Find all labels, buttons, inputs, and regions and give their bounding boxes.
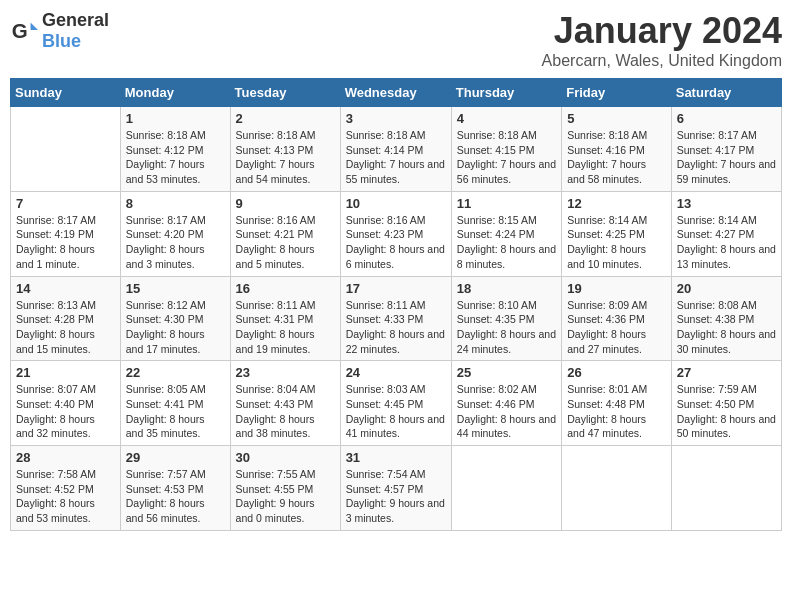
day-info: Sunrise: 7:54 AMSunset: 4:57 PMDaylight:… [346,468,445,524]
weekday-header-monday: Monday [120,79,230,107]
calendar-cell: 6 Sunrise: 8:17 AMSunset: 4:17 PMDayligh… [671,107,781,192]
day-number: 8 [126,196,225,211]
calendar-body: 1 Sunrise: 8:18 AMSunset: 4:12 PMDayligh… [11,107,782,531]
day-info: Sunrise: 8:01 AMSunset: 4:48 PMDaylight:… [567,383,647,439]
day-number: 6 [677,111,776,126]
day-number: 29 [126,450,225,465]
day-info: Sunrise: 8:18 AMSunset: 4:14 PMDaylight:… [346,129,445,185]
calendar-cell: 10 Sunrise: 8:16 AMSunset: 4:23 PMDaylig… [340,191,451,276]
day-info: Sunrise: 8:04 AMSunset: 4:43 PMDaylight:… [236,383,316,439]
calendar-week-row: 7 Sunrise: 8:17 AMSunset: 4:19 PMDayligh… [11,191,782,276]
calendar-week-row: 1 Sunrise: 8:18 AMSunset: 4:12 PMDayligh… [11,107,782,192]
day-info: Sunrise: 8:12 AMSunset: 4:30 PMDaylight:… [126,299,206,355]
day-number: 19 [567,281,666,296]
logo-icon: G [10,17,38,45]
day-number: 27 [677,365,776,380]
calendar-cell: 11 Sunrise: 8:15 AMSunset: 4:24 PMDaylig… [451,191,561,276]
day-number: 11 [457,196,556,211]
calendar-cell: 21 Sunrise: 8:07 AMSunset: 4:40 PMDaylig… [11,361,121,446]
calendar-cell: 17 Sunrise: 8:11 AMSunset: 4:33 PMDaylig… [340,276,451,361]
calendar-cell: 30 Sunrise: 7:55 AMSunset: 4:55 PMDaylig… [230,446,340,531]
day-number: 1 [126,111,225,126]
day-info: Sunrise: 8:11 AMSunset: 4:31 PMDaylight:… [236,299,316,355]
calendar-cell: 20 Sunrise: 8:08 AMSunset: 4:38 PMDaylig… [671,276,781,361]
calendar-cell: 28 Sunrise: 7:58 AMSunset: 4:52 PMDaylig… [11,446,121,531]
calendar-cell: 15 Sunrise: 8:12 AMSunset: 4:30 PMDaylig… [120,276,230,361]
weekday-header-wednesday: Wednesday [340,79,451,107]
day-number: 15 [126,281,225,296]
day-info: Sunrise: 8:18 AMSunset: 4:12 PMDaylight:… [126,129,206,185]
calendar-week-row: 21 Sunrise: 8:07 AMSunset: 4:40 PMDaylig… [11,361,782,446]
calendar-week-row: 14 Sunrise: 8:13 AMSunset: 4:28 PMDaylig… [11,276,782,361]
calendar-cell: 27 Sunrise: 7:59 AMSunset: 4:50 PMDaylig… [671,361,781,446]
calendar-week-row: 28 Sunrise: 7:58 AMSunset: 4:52 PMDaylig… [11,446,782,531]
calendar-cell: 26 Sunrise: 8:01 AMSunset: 4:48 PMDaylig… [562,361,672,446]
day-info: Sunrise: 8:08 AMSunset: 4:38 PMDaylight:… [677,299,776,355]
day-info: Sunrise: 8:18 AMSunset: 4:15 PMDaylight:… [457,129,556,185]
calendar-cell: 7 Sunrise: 8:17 AMSunset: 4:19 PMDayligh… [11,191,121,276]
weekday-header-thursday: Thursday [451,79,561,107]
weekday-header-sunday: Sunday [11,79,121,107]
day-number: 14 [16,281,115,296]
day-info: Sunrise: 7:59 AMSunset: 4:50 PMDaylight:… [677,383,776,439]
day-info: Sunrise: 8:10 AMSunset: 4:35 PMDaylight:… [457,299,556,355]
day-number: 28 [16,450,115,465]
calendar-cell: 19 Sunrise: 8:09 AMSunset: 4:36 PMDaylig… [562,276,672,361]
day-info: Sunrise: 7:55 AMSunset: 4:55 PMDaylight:… [236,468,316,524]
weekday-header-saturday: Saturday [671,79,781,107]
title-area: January 2024 Abercarn, Wales, United Kin… [542,10,782,70]
day-number: 13 [677,196,776,211]
calendar-cell: 14 Sunrise: 8:13 AMSunset: 4:28 PMDaylig… [11,276,121,361]
day-info: Sunrise: 8:17 AMSunset: 4:20 PMDaylight:… [126,214,206,270]
day-number: 4 [457,111,556,126]
day-number: 5 [567,111,666,126]
calendar-cell: 31 Sunrise: 7:54 AMSunset: 4:57 PMDaylig… [340,446,451,531]
day-info: Sunrise: 8:02 AMSunset: 4:46 PMDaylight:… [457,383,556,439]
day-info: Sunrise: 8:07 AMSunset: 4:40 PMDaylight:… [16,383,96,439]
weekday-header-tuesday: Tuesday [230,79,340,107]
month-title: January 2024 [542,10,782,52]
day-number: 24 [346,365,446,380]
day-number: 18 [457,281,556,296]
day-info: Sunrise: 8:17 AMSunset: 4:17 PMDaylight:… [677,129,776,185]
day-number: 7 [16,196,115,211]
day-info: Sunrise: 8:16 AMSunset: 4:21 PMDaylight:… [236,214,316,270]
calendar-cell [11,107,121,192]
weekday-header-row: SundayMondayTuesdayWednesdayThursdayFrid… [11,79,782,107]
calendar-cell: 12 Sunrise: 8:14 AMSunset: 4:25 PMDaylig… [562,191,672,276]
day-number: 31 [346,450,446,465]
day-number: 3 [346,111,446,126]
day-number: 12 [567,196,666,211]
calendar-cell: 16 Sunrise: 8:11 AMSunset: 4:31 PMDaylig… [230,276,340,361]
weekday-header-friday: Friday [562,79,672,107]
day-number: 17 [346,281,446,296]
calendar-cell: 5 Sunrise: 8:18 AMSunset: 4:16 PMDayligh… [562,107,672,192]
calendar-cell: 22 Sunrise: 8:05 AMSunset: 4:41 PMDaylig… [120,361,230,446]
location-title: Abercarn, Wales, United Kingdom [542,52,782,70]
day-info: Sunrise: 8:13 AMSunset: 4:28 PMDaylight:… [16,299,96,355]
calendar-cell: 18 Sunrise: 8:10 AMSunset: 4:35 PMDaylig… [451,276,561,361]
calendar-cell: 23 Sunrise: 8:04 AMSunset: 4:43 PMDaylig… [230,361,340,446]
day-number: 2 [236,111,335,126]
day-number: 23 [236,365,335,380]
calendar-table: SundayMondayTuesdayWednesdayThursdayFrid… [10,78,782,531]
day-info: Sunrise: 8:18 AMSunset: 4:16 PMDaylight:… [567,129,647,185]
page-header: G General Blue January 2024 Abercarn, Wa… [10,10,782,70]
day-info: Sunrise: 8:09 AMSunset: 4:36 PMDaylight:… [567,299,647,355]
logo-text-blue: Blue [42,31,81,51]
svg-text:G: G [12,19,28,42]
day-info: Sunrise: 8:05 AMSunset: 4:41 PMDaylight:… [126,383,206,439]
calendar-cell: 24 Sunrise: 8:03 AMSunset: 4:45 PMDaylig… [340,361,451,446]
day-info: Sunrise: 8:16 AMSunset: 4:23 PMDaylight:… [346,214,445,270]
calendar-cell [671,446,781,531]
day-number: 26 [567,365,666,380]
day-info: Sunrise: 7:57 AMSunset: 4:53 PMDaylight:… [126,468,206,524]
day-number: 16 [236,281,335,296]
calendar-cell [562,446,672,531]
logo: G General Blue [10,10,109,52]
day-number: 9 [236,196,335,211]
day-info: Sunrise: 8:14 AMSunset: 4:27 PMDaylight:… [677,214,776,270]
day-info: Sunrise: 8:11 AMSunset: 4:33 PMDaylight:… [346,299,445,355]
day-info: Sunrise: 8:14 AMSunset: 4:25 PMDaylight:… [567,214,647,270]
calendar-cell: 9 Sunrise: 8:16 AMSunset: 4:21 PMDayligh… [230,191,340,276]
